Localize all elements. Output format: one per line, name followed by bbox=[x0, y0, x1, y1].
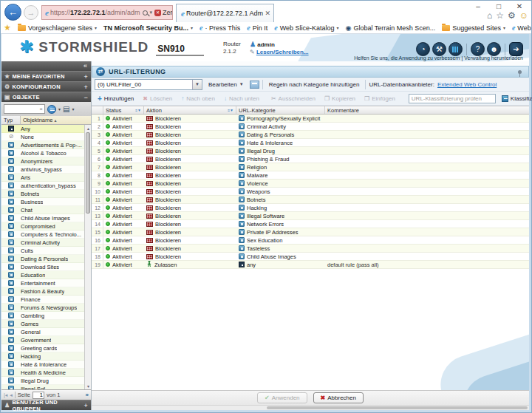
object-row[interactable]: Advertisements & Pop-... bbox=[1, 141, 91, 149]
favorites-item[interactable]: Vorgeschlagene Sites▾ bbox=[18, 24, 97, 32]
dashboard-gauge-icon[interactable]: ◔ bbox=[416, 42, 430, 56]
expand-icon[interactable]: + bbox=[84, 402, 88, 409]
scroll-up-icon[interactable]: ▴ bbox=[86, 126, 91, 131]
tab-close-icon[interactable]: ✕ bbox=[265, 10, 270, 17]
sidebar-collapse-button[interactable]: « bbox=[1, 61, 91, 71]
object-row[interactable]: ⊘None bbox=[1, 133, 91, 141]
horizontal-scrollbar[interactable] bbox=[92, 405, 529, 410]
rule-row[interactable]: 14AktiviertBlockierenNetwork Errors bbox=[92, 220, 529, 228]
object-row[interactable]: Games bbox=[1, 320, 91, 328]
object-row[interactable]: Education bbox=[1, 271, 91, 279]
pin-icon[interactable] bbox=[518, 70, 522, 74]
download-admin-link[interactable]: Verwaltung herunterladen bbox=[464, 55, 523, 61]
object-row[interactable]: General bbox=[1, 328, 91, 336]
vertical-scrollbar[interactable]: ▴ ▾ bbox=[84, 125, 91, 389]
rule-row[interactable]: 1AktiviertBlockierenPornography/Sexually… bbox=[92, 115, 529, 123]
expand-icon[interactable]: + bbox=[84, 73, 88, 81]
certificate-error-label[interactable]: Zertifikatfe... bbox=[163, 9, 173, 16]
prev-page-icon[interactable]: ◂ bbox=[10, 392, 13, 398]
rule-row[interactable]: 12AktiviertBlockierenHacking bbox=[92, 204, 529, 212]
permission-link[interactable]: Lesen/Schreiben... bbox=[256, 49, 309, 55]
column-comments[interactable]: Kommentare bbox=[325, 106, 529, 114]
cut-button[interactable]: ✂Ausschneiden bbox=[268, 95, 318, 103]
column-status[interactable]: Status≡▼ bbox=[103, 106, 144, 114]
rule-row[interactable]: 10AktiviertBlockierenWeapons bbox=[92, 188, 529, 196]
edit-menu-button[interactable]: Bearbeiten▼ bbox=[205, 81, 247, 89]
paste-button[interactable]: ❒Einfügen bbox=[361, 95, 398, 103]
sidebar-section-favorites[interactable]: ★ MEINE FAVORITEN + bbox=[1, 71, 91, 81]
object-row[interactable]: antivirus_bypass bbox=[1, 165, 91, 174]
favorites-item[interactable]: ◉Global Terrain Mesh Scen... bbox=[346, 24, 436, 32]
object-row[interactable]: Forums & Newsgroups bbox=[1, 304, 91, 312]
favorites-item[interactable]: ★ bbox=[4, 23, 11, 33]
tools-icon[interactable]: ⚒ bbox=[432, 42, 446, 56]
settings-gear-icon[interactable]: ⚙ bbox=[508, 10, 516, 21]
object-row[interactable]: Arts bbox=[1, 174, 91, 182]
list-view-icon[interactable]: ▤ bbox=[63, 106, 69, 113]
rule-row[interactable]: 7AktiviertBlockierenReligion bbox=[92, 163, 529, 171]
favorites-item[interactable]: TN Microsoft Security Bu...▾ bbox=[103, 24, 193, 32]
object-row[interactable]: Download Sites bbox=[1, 263, 91, 271]
forward-button[interactable]: → bbox=[24, 5, 38, 20]
rule-row[interactable]: 18AktiviertBlockierenChild Abuse Images bbox=[92, 253, 529, 261]
search-icon[interactable] bbox=[143, 10, 148, 16]
rule-row[interactable]: 11AktiviertBlockierenBotnets bbox=[92, 196, 529, 204]
help-icon[interactable]: ? bbox=[471, 42, 485, 56]
object-row[interactable]: Health & Medicine bbox=[1, 369, 91, 377]
chevron-down-icon[interactable]: ▼ bbox=[192, 80, 202, 89]
object-row[interactable]: Alcohol & Tobacco bbox=[1, 149, 91, 157]
cancel-button[interactable]: ✖Abbrechen bbox=[313, 392, 364, 403]
object-row[interactable]: Greeting cards bbox=[1, 344, 91, 352]
open-in-window-icon[interactable] bbox=[250, 81, 259, 89]
improve-app-link[interactable]: Helfen Sie uns, die Anwendung zu verbess… bbox=[354, 55, 460, 61]
move-down-button[interactable]: ↓Nach unten bbox=[221, 95, 262, 103]
sort-filter-icon[interactable]: ≡▼ bbox=[135, 108, 141, 112]
add-rule-button[interactable]: +Hinzufügen bbox=[95, 94, 137, 103]
object-row[interactable]: Hacking bbox=[1, 352, 91, 361]
favorites-item[interactable]: e· Press This bbox=[200, 24, 240, 32]
url-classification-input[interactable] bbox=[409, 94, 496, 103]
rule-row[interactable]: 15AktiviertBlockierenPrivate IP Addresse… bbox=[92, 228, 529, 236]
browser-tab[interactable]: e Router@172.22.72.1 Admini... ✕ bbox=[176, 4, 274, 22]
column-objectname[interactable]: Objektname ▴ bbox=[21, 116, 91, 124]
collapse-icon[interactable]: − bbox=[84, 94, 88, 101]
scroll-down-icon[interactable]: ▾ bbox=[86, 383, 91, 389]
object-row[interactable]: Any bbox=[1, 125, 91, 133]
chevron-down-icon[interactable]: ▾ bbox=[149, 10, 152, 16]
object-row[interactable]: Finance bbox=[1, 296, 91, 304]
sidebar-section-objects[interactable]: ▣ OBJEKTE − bbox=[1, 92, 91, 102]
rule-row[interactable]: 19AktiviertZulassenanydefault rule (pass… bbox=[92, 261, 529, 269]
back-button[interactable]: ← bbox=[4, 4, 21, 21]
object-row[interactable]: Anonymizers bbox=[1, 157, 91, 165]
add-rules-by-category-button[interactable]: Regeln nach Kategorie hinzufügen bbox=[266, 81, 363, 89]
object-row[interactable]: Illegal Sof... bbox=[1, 385, 91, 389]
object-row[interactable]: Criminal Activity bbox=[1, 239, 91, 247]
object-row[interactable]: Business bbox=[1, 198, 91, 206]
column-action[interactable]: Aktion≡▼ bbox=[144, 106, 236, 114]
scrollbar-thumb[interactable] bbox=[267, 406, 528, 409]
apply-button[interactable]: ✔Anwenden bbox=[257, 392, 307, 403]
copy-button[interactable]: ❐Kopieren bbox=[321, 95, 358, 103]
column-url-category[interactable]: URL-Kategorie bbox=[236, 106, 325, 114]
object-row[interactable]: Fashion & Beauty bbox=[1, 287, 91, 296]
profile-select[interactable]: (0) URLFilter_00 ▼ bbox=[95, 79, 202, 90]
clear-icon[interactable]: × bbox=[39, 106, 43, 112]
favorites-item[interactable]: ePin It bbox=[247, 24, 267, 32]
rule-row[interactable]: 6AktiviertBlockierenPhishing & Fraud bbox=[92, 155, 529, 163]
sort-filter-icon[interactable]: ≡▼ bbox=[228, 108, 233, 112]
certificate-error-icon[interactable]: ✕ bbox=[154, 10, 161, 16]
object-row[interactable]: Cults bbox=[1, 247, 91, 255]
rule-row[interactable]: 16AktiviertBlockierenSex Education bbox=[92, 236, 529, 245]
monitoring-chart-icon[interactable] bbox=[449, 42, 463, 56]
logout-icon[interactable]: ➔ bbox=[509, 42, 523, 56]
rule-row[interactable]: 8AktiviertBlockierenMalware bbox=[92, 171, 529, 180]
address-bar[interactable]: e https://172.22.72.1/admin/adm ▾ ✕ Zert… bbox=[41, 5, 173, 20]
object-row[interactable]: Compromised bbox=[1, 222, 91, 231]
feedback-smiley-icon[interactable]: ☺ bbox=[519, 10, 528, 21]
chevron-down-icon[interactable]: ▾ bbox=[72, 106, 74, 112]
sidebar-section-users[interactable]: ♟ BENUTZER UND GRUPPEN + bbox=[1, 400, 91, 410]
object-row[interactable]: Hate & Intolerance bbox=[1, 361, 91, 369]
rule-row[interactable]: 3AktiviertBlockierenDating & Personals bbox=[92, 131, 529, 139]
object-row[interactable]: Dating & Personals bbox=[1, 255, 91, 263]
object-row[interactable]: Illegal Drug bbox=[1, 377, 91, 385]
